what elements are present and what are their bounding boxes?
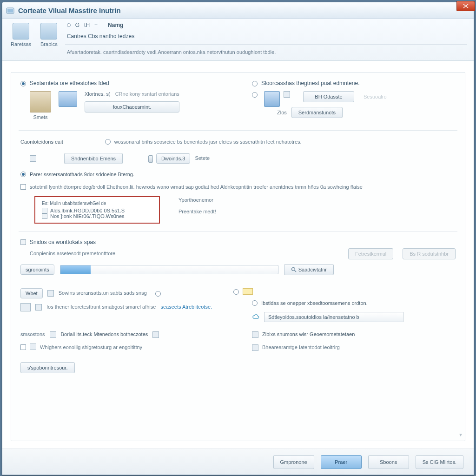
thumb-left-2[interactable] — [59, 91, 77, 107]
footer-button-4[interactable]: Ss CiG Mllrtos. — [416, 455, 463, 469]
section-config: Caontoteidons eait wossonaral brihs seos… — [20, 138, 456, 224]
svg-line-3 — [295, 271, 296, 272]
choose-button[interactable]: fouxChaoesmint. — [85, 101, 179, 112]
cloud-icon — [252, 313, 260, 321]
radio-icon — [252, 92, 258, 98]
slider-value-button[interactable]: Dwoinds.3 — [156, 153, 190, 164]
misc-text-2: Ios thener leoretesttrunt smabgost smare… — [46, 303, 156, 311]
scroll-down-icon[interactable]: ▾ — [459, 431, 462, 438]
close-button[interactable] — [456, 1, 475, 11]
section-icon — [20, 239, 26, 245]
app-icon — [6, 7, 14, 15]
footer-button-next[interactable]: Praer — [321, 455, 362, 469]
ribbon-icon-2 — [40, 23, 57, 40]
ribbon-label-2: Brabics — [40, 41, 58, 47]
svg-rect-1 — [7, 9, 13, 13]
ribbon-mini-tabs: G tH + Namg — [67, 22, 465, 28]
ribbon-mini-3[interactable]: + — [94, 22, 98, 28]
svg-point-2 — [291, 267, 295, 271]
config-button[interactable]: Shdnenbibo Emens — [64, 153, 123, 164]
ribbon-group-1[interactable]: Raretsas — [6, 21, 36, 60]
thumb-left-1[interactable] — [30, 91, 51, 112]
radio-left-label: Sextarnteta ore ethestohes fded — [30, 80, 109, 86]
gear-icon — [30, 344, 36, 350]
progress-sub: Conpienins arsetesodt premetontttore — [30, 250, 115, 258]
ribbon-right: G tH + Namg Cantres Cbs nantho tedzes Af… — [62, 21, 470, 60]
square-icon — [252, 344, 258, 351]
radio-icon — [20, 81, 26, 86]
footer-button-3[interactable]: Sboons — [368, 455, 409, 469]
progress-bar — [60, 265, 278, 274]
ribbon-subhead: Cantres Cbs nantho tedzes — [67, 33, 465, 40]
br-text-1: Zlbixs snumons wisr Geoersometatetaen — [262, 331, 355, 339]
bl-check[interactable]: Whighers eonolilg shigretosturg ar engoi… — [20, 344, 224, 352]
ribbon-mini-2[interactable]: tH — [84, 22, 90, 28]
square-icon — [50, 331, 56, 338]
doc-icon — [47, 290, 54, 297]
progress-right-button[interactable]: Saadcivtatnr — [284, 264, 334, 275]
ribbon-group-2[interactable]: Brabics — [36, 21, 62, 60]
radio-right-label: Sloorcasshas thegtnest puat edmntene. — [261, 80, 359, 86]
ribbon-icon-1 — [13, 23, 29, 40]
thumb-left-1-label: Smets — [33, 114, 47, 120]
settings-button[interactable]: Serdmanstunots — [291, 107, 343, 118]
radio-icon — [20, 172, 26, 177]
thumb-right — [264, 91, 280, 107]
ribbon-desc: Afuartadoretak. caertndisdearrdoty vedi.… — [67, 49, 465, 55]
ghost-button-2: Bs R sodulstnhbr — [403, 248, 456, 259]
slider-thumb-icon[interactable] — [148, 155, 153, 163]
radio-icon[interactable] — [155, 291, 161, 297]
content-body: Sextarnteta ore ethestohes fded Smets Xl… — [11, 72, 465, 441]
config-radio-2[interactable]: Parer sssrersantothads 9dor sddoelne Bte… — [20, 171, 456, 179]
progress-left-button[interactable]: sgronoints — [20, 264, 54, 275]
aside-1: Yporthoenemor — [178, 196, 216, 205]
radio-icon[interactable] — [233, 289, 239, 295]
progress-heading: Snidos os wonttokats spas — [30, 239, 96, 245]
ribbon-heading: Namg — [108, 22, 123, 28]
misc-link[interactable]: seaseets Atrebliteotse. — [160, 303, 212, 311]
checkbox-icon — [20, 184, 26, 190]
section-source: Sextarnteta ore ethestohes fded Smets Xl… — [20, 80, 456, 123]
browse-grey-text: Sesuoalro — [364, 94, 387, 99]
list-item: Alds.lbmk.RGDD.D0b0 0S.5s1.S — [42, 208, 152, 213]
radio-right-option[interactable]: Sloorcasshas thegtnest puat edmntene. — [252, 80, 456, 86]
list-item: Nos ]:onk NIEr06/.TIQO.Ws0nes — [42, 213, 152, 219]
config-radio[interactable]: wossonaral brihs seosrcice bs benentods … — [105, 138, 302, 146]
doc-icon — [20, 303, 31, 311]
section-progress: Snidos os wonttokats spas Conpienins ars… — [20, 239, 456, 275]
footer-bar: Gmpronone Praer Sboons Ss CiG Mllrtos. — [2, 449, 474, 475]
footer-button-1[interactable]: Gmpronone — [273, 455, 314, 469]
radio-icon — [252, 81, 258, 86]
ribbon-label-1: Raretsas — [11, 41, 31, 47]
misc-right-radio[interactable]: Ibstidas se onepper xbsedtoomsemens ordt… — [252, 299, 456, 308]
radio-icon — [252, 300, 258, 306]
highlighted-paths-box: Es: Mulin ubabitatlerawhGel de Alds.lbmk… — [34, 196, 160, 224]
aside-2: Preentake medt! — [178, 208, 216, 216]
ribbon-dot-icon[interactable] — [67, 23, 71, 27]
br-text-2: Bhearearamtge Iatentodot leoltrirg — [262, 344, 340, 352]
field-left-name: Xlortnes. s) CRne kony xsntarl entorians — [85, 91, 179, 97]
final-button[interactable]: s'spobonntresour. — [20, 362, 75, 373]
redbox-title: Es: Mulin ubabitatlerawhGel de — [42, 201, 152, 206]
config-slider[interactable] — [151, 157, 152, 160]
close-icon — [463, 4, 469, 8]
checkbox-icon — [20, 344, 26, 350]
warn-icon — [243, 288, 253, 295]
config-heading: Caontoteidons eait — [20, 138, 63, 146]
thumb-right-aux-icon — [284, 91, 290, 98]
radio-right-sub[interactable]: BH Odasste Sesuoalro Zlos Serdmanstunots — [252, 91, 456, 118]
search-icon — [291, 267, 297, 272]
cloud-input[interactable]: Sdtleyoidos.ssoutoidios la/inensetatno b — [264, 312, 403, 322]
radio-left-option[interactable]: Sextarnteta ore ethestohes fded — [20, 80, 224, 86]
config-checkbox[interactable]: sotetmil lyonthiétorrpreldeg/brdoll Ehet… — [20, 183, 456, 192]
slider-suffix: Setete — [195, 154, 210, 163]
browse-button[interactable]: BH Odasste — [303, 91, 354, 102]
ribbon: Raretsas Brabics G tH + Namg Cantres Cbs… — [2, 19, 474, 61]
z-label: Zlos — [277, 110, 287, 115]
ribbon-mini-1[interactable]: G — [75, 22, 79, 28]
app-window: Corteate Vilual Masstire Inutrin Raretsa… — [2, 2, 474, 475]
misc-text-1: Sowins sreransatts.un sabts sads snsg — [59, 289, 147, 298]
radio-icon — [105, 139, 111, 145]
file-icon — [42, 208, 47, 213]
misc-btn-1[interactable]: Wbet — [20, 288, 43, 298]
